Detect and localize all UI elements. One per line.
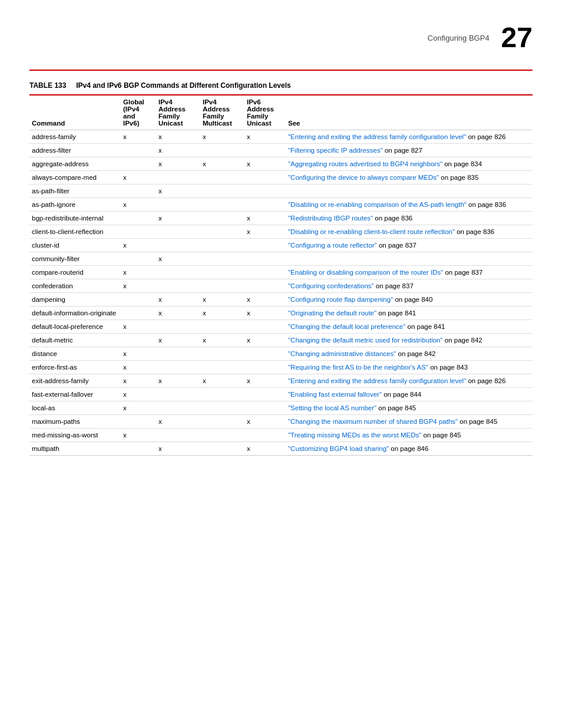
see-link[interactable]: "Redistributing IBGP routes" bbox=[288, 215, 373, 222]
cell-global bbox=[121, 307, 156, 320]
cell-command: address-family bbox=[29, 130, 121, 144]
cell-see[interactable]: "Changing administrative distances" on p… bbox=[286, 347, 533, 361]
cell-see[interactable]: "Configuring a route reflector" on page … bbox=[286, 239, 533, 252]
see-link[interactable]: "Filtering specific IP addresses" bbox=[288, 147, 383, 154]
cell-see[interactable]: "Enabling or disabling comparison of the… bbox=[286, 266, 533, 279]
col-header-ipv4m: IPv4 AddressFamilyMulticast bbox=[200, 95, 244, 130]
see-link[interactable]: "Originating the default route" bbox=[288, 309, 376, 317]
table-row: maximum-pathsxx"Changing the maximum num… bbox=[29, 415, 533, 429]
see-link[interactable]: "Customizing BGP4 load sharing" bbox=[288, 445, 389, 452]
page: Configuring BGP4 27 TABLE 133 IPv4 and I… bbox=[0, 0, 562, 728]
see-link[interactable]: "Entering and exiting the address family… bbox=[288, 133, 466, 140]
cell-ipv6u: x bbox=[244, 225, 286, 239]
see-link[interactable]: "Disabling or re-enabling client-to-clie… bbox=[288, 228, 455, 235]
cell-see[interactable]: "Treating missing MEDs as the worst MEDs… bbox=[286, 429, 533, 442]
cell-see[interactable]: "Requiring the first AS to be the neighb… bbox=[286, 361, 533, 374]
see-link[interactable]: "Enabling or disabling comparison of the… bbox=[288, 269, 443, 276]
cell-ipv6u bbox=[244, 401, 286, 415]
see-link[interactable]: "Configuring a route reflector" bbox=[288, 242, 377, 249]
cell-global bbox=[121, 293, 156, 307]
cell-see[interactable]: "Aggregating routes advertised to BGP4 n… bbox=[286, 157, 533, 171]
see-page-ref: on page 845 bbox=[376, 404, 416, 411]
table-row: fast-external-falloverx"Enabling fast ex… bbox=[29, 388, 533, 401]
cell-see[interactable]: "Setting the local AS number" on page 84… bbox=[286, 401, 533, 415]
cell-ipv4u: x bbox=[156, 334, 200, 347]
see-link[interactable]: "Entering and exiting the address family… bbox=[288, 377, 466, 384]
cell-ipv4u bbox=[156, 239, 200, 252]
cell-ipv6u: x bbox=[244, 334, 286, 347]
cell-global bbox=[121, 334, 156, 347]
cell-ipv6u bbox=[244, 239, 286, 252]
table-row: local-asx"Setting the local AS number" o… bbox=[29, 401, 533, 415]
cell-command: maximum-paths bbox=[29, 415, 121, 429]
table-row: community-filterx bbox=[29, 252, 533, 266]
cell-ipv4u bbox=[156, 429, 200, 442]
cell-see[interactable]: "Redistributing IBGP routes" on page 836 bbox=[286, 212, 533, 225]
see-link[interactable]: "Changing the maximum number of shared B… bbox=[288, 418, 458, 425]
cell-ipv6u: x bbox=[244, 442, 286, 456]
cell-ipv4m: x bbox=[200, 334, 244, 347]
cell-global bbox=[121, 144, 156, 157]
table-header-row: Command Global(IPv4 andIPv6) IPv4 Addres… bbox=[29, 95, 533, 130]
see-link[interactable]: "Disabling or re-enabling comparison of … bbox=[288, 201, 467, 208]
cell-see[interactable]: "Filtering specific IP addresses" on pag… bbox=[286, 144, 533, 157]
see-page-ref: on page 842 bbox=[443, 337, 482, 344]
see-link[interactable]: "Changing the default local preference" bbox=[288, 323, 405, 330]
cell-see[interactable]: "Originating the default route" on page … bbox=[286, 307, 533, 320]
cell-ipv4u: x bbox=[156, 144, 200, 157]
see-link[interactable]: "Configuring confederations" bbox=[288, 282, 374, 289]
cell-ipv6u: x bbox=[244, 212, 286, 225]
cell-see[interactable]: "Entering and exiting the address family… bbox=[286, 374, 533, 388]
cell-ipv4m bbox=[200, 388, 244, 401]
cell-see[interactable]: "Configuring the device to always compar… bbox=[286, 171, 533, 185]
cell-ipv4u bbox=[156, 171, 200, 185]
cell-command: as-path-ignore bbox=[29, 198, 121, 212]
cell-ipv4u bbox=[156, 388, 200, 401]
cell-ipv4m bbox=[200, 239, 244, 252]
cell-see[interactable]: "Disabling or re-enabling comparison of … bbox=[286, 198, 533, 212]
cell-ipv4m: x bbox=[200, 307, 244, 320]
see-link[interactable]: "Aggregating routes advertised to BGP4 n… bbox=[288, 160, 442, 167]
cell-ipv4u bbox=[156, 401, 200, 415]
see-link[interactable]: "Configuring the device to always compar… bbox=[288, 174, 439, 181]
cell-see[interactable]: "Configuring confederations" on page 837 bbox=[286, 279, 533, 293]
cell-ipv4m bbox=[200, 225, 244, 239]
cell-global: x bbox=[121, 171, 156, 185]
cell-command: distance bbox=[29, 347, 121, 361]
cell-see[interactable]: "Changing the default local preference" … bbox=[286, 320, 533, 334]
see-link[interactable]: "Requiring the first AS to be the neighb… bbox=[288, 364, 428, 371]
see-link[interactable]: "Configuring route flap dampening" bbox=[288, 296, 393, 303]
see-link[interactable]: "Changing administrative distances" bbox=[288, 350, 396, 357]
cell-command: as-path-filter bbox=[29, 185, 121, 198]
see-page-ref: on page 845 bbox=[421, 431, 461, 439]
cell-ipv4u bbox=[156, 198, 200, 212]
cell-see[interactable]: "Customizing BGP4 load sharing" on page … bbox=[286, 442, 533, 456]
cell-see[interactable]: "Changing the default metric used for re… bbox=[286, 334, 533, 347]
cell-see[interactable]: "Entering and exiting the address family… bbox=[286, 130, 533, 144]
table-row: as-path-ignorex"Disabling or re-enabling… bbox=[29, 198, 533, 212]
table-row: exit-address-familyxxxx"Entering and exi… bbox=[29, 374, 533, 388]
see-link[interactable]: "Enabling fast external fallover" bbox=[288, 391, 382, 398]
see-link[interactable]: "Treating missing MEDs as the worst MEDs… bbox=[288, 431, 421, 439]
cell-ipv4m bbox=[200, 442, 244, 456]
cell-see[interactable]: "Enabling fast external fallover" on pag… bbox=[286, 388, 533, 401]
cell-ipv4m: x bbox=[200, 374, 244, 388]
table-row: default-metricxxx"Changing the default m… bbox=[29, 334, 533, 347]
cell-see[interactable]: "Disabling or re-enabling client-to-clie… bbox=[286, 225, 533, 239]
cell-ipv4m: x bbox=[200, 157, 244, 171]
cell-ipv6u bbox=[244, 266, 286, 279]
see-link[interactable]: "Setting the local AS number" bbox=[288, 404, 376, 411]
cell-global: x bbox=[121, 361, 156, 374]
cell-see[interactable]: "Changing the maximum number of shared B… bbox=[286, 415, 533, 429]
cell-ipv4m bbox=[200, 401, 244, 415]
table-row: med-missing-as-worstx"Treating missing M… bbox=[29, 429, 533, 442]
cell-global: x bbox=[121, 374, 156, 388]
cell-ipv4m bbox=[200, 252, 244, 266]
see-link[interactable]: "Changing the default metric used for re… bbox=[288, 337, 443, 344]
table-title-text bbox=[68, 81, 74, 90]
cell-command: default-information-originate bbox=[29, 307, 121, 320]
page-number: 27 bbox=[501, 24, 533, 52]
table-title-desc: IPv4 and IPv6 BGP Commands at Different … bbox=[76, 81, 291, 90]
cell-ipv6u bbox=[244, 279, 286, 293]
cell-see[interactable]: "Configuring route flap dampening" on pa… bbox=[286, 293, 533, 307]
